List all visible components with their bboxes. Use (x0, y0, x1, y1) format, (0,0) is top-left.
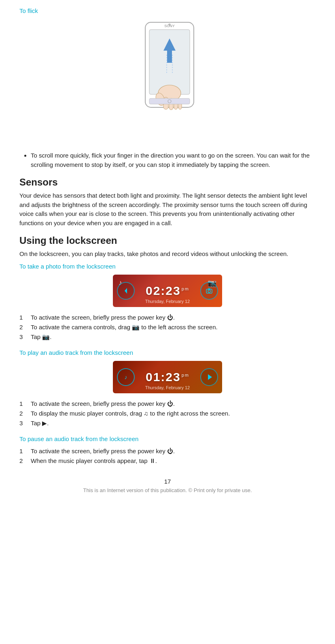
page-content: To flick SONY (0, 0, 335, 518)
svg-text:♪: ♪ (125, 374, 127, 380)
photo-lockscreen-title: To take a photo from the lockscreen (19, 263, 316, 270)
audio-lockscreen-image: ♪ 01:23pm Thursday, February 12 (19, 361, 316, 393)
audio-pause-step-2: 2When the music player controls appear, … (19, 456, 316, 466)
audio-play-step-1: 1To activate the screen, briefly press t… (19, 399, 316, 409)
lockscreen-title: Using the lockscreen (19, 235, 316, 246)
audio-pause-lockscreen-title: To pause an audio track from the lockscr… (19, 435, 316, 442)
photo-steps-list: 1To activate the screen, briefly press t… (19, 313, 316, 342)
svg-rect-18 (208, 288, 210, 290)
flick-title: To flick (19, 7, 316, 14)
page-number: 17 (19, 478, 316, 485)
ls-audio-date: Thursday, February 12 (145, 385, 190, 390)
svg-rect-13 (149, 98, 190, 104)
svg-marker-15 (125, 288, 127, 294)
photo-step-3: 3Tap 📷. (19, 332, 316, 342)
lockscreen-intro: On the lockscreen, you can play tracks, … (19, 249, 316, 259)
audio-play-lockscreen-title: To play an audio track from the lockscre… (19, 349, 316, 356)
audio-play-steps-list: 1To activate the screen, briefly press t… (19, 399, 316, 428)
ls-audio-time: 01:23pm (146, 370, 189, 384)
ls-play-circle (200, 368, 218, 386)
footer-text: This is an Internet version of this publ… (19, 487, 316, 493)
sensors-title: Sensors (19, 177, 316, 188)
photo-step-2: 2To activate the camera controls, drag 📷… (19, 322, 316, 332)
flick-bullets: To scroll more quickly, flick your finge… (19, 151, 316, 169)
svg-point-3 (168, 23, 171, 26)
ls-photo-date: Thursday, February 12 (145, 299, 190, 304)
audio-play-step-3: 3Tap ▶. (19, 418, 316, 428)
ls-music-circle: ♪ (117, 368, 135, 386)
svg-marker-20 (208, 374, 212, 380)
svg-point-17 (208, 290, 210, 292)
flick-illustration: SONY (19, 18, 316, 144)
photo-step-1: 1To activate the screen, briefly press t… (19, 313, 316, 322)
photo-lockscreen-image: ♪ 📷 02:23pm Thursday, February 12 (19, 275, 316, 307)
flick-bullet-1: To scroll more quickly, flick your finge… (31, 151, 316, 169)
ls-camera-circle (200, 282, 218, 300)
ls-left-circle (117, 282, 135, 300)
sensors-body: Your device has sensors that detect both… (19, 191, 316, 228)
audio-pause-step-1: 1To activate the screen, briefly press t… (19, 446, 316, 456)
audio-play-step-2: 2To display the music player controls, d… (19, 409, 316, 418)
ls-photo-time: 02:23pm (146, 284, 189, 298)
audio-pause-steps-list: 1To activate the screen, briefly press t… (19, 446, 316, 466)
